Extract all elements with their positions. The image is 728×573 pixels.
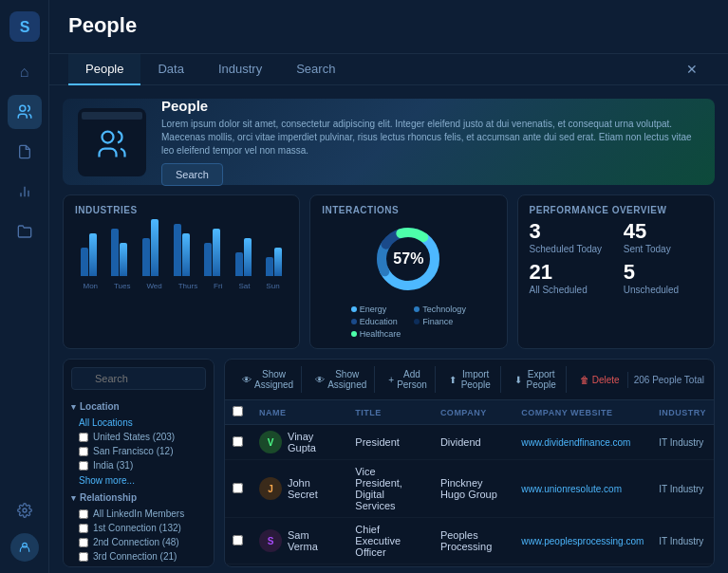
banner-title: People bbox=[161, 98, 700, 114]
filter-us-checkbox[interactable] bbox=[79, 433, 88, 442]
perf-stat: 21 All Scheduled bbox=[530, 262, 608, 295]
filter-sf-checkbox[interactable] bbox=[79, 447, 88, 456]
tab-data[interactable]: Data bbox=[140, 54, 200, 85]
filter-2nd-checkbox[interactable] bbox=[79, 538, 88, 547]
filter-relationship-header[interactable]: ▾ Relationship bbox=[71, 489, 206, 507]
person-name: Vinay Gupta bbox=[288, 431, 340, 453]
row-company: Pinckney Hugo Group bbox=[433, 460, 513, 518]
add-person-btn[interactable]: + Add Person bbox=[381, 366, 436, 393]
banner-text-area: People Lorem ipsum dolor sit amet, conse… bbox=[161, 98, 700, 186]
performance-card: Performance Overview 3 Scheduled Today 4… bbox=[517, 194, 715, 349]
delete-btn[interactable]: 🗑 Delete bbox=[572, 372, 628, 388]
table-row[interactable]: J JedDanner VP Of Sales Fortis Payment S… bbox=[225, 564, 714, 567]
row-website[interactable]: www.peoplesprocessing.com bbox=[513, 518, 651, 564]
filter-location-show-more[interactable]: Show more... bbox=[71, 472, 206, 489]
donut-legend: EnergyTechnologyEducationFinanceHealthca… bbox=[351, 305, 466, 339]
filter-panel: 🔍 ▾ Location All Locations United States… bbox=[63, 359, 215, 567]
svg-point-8 bbox=[103, 132, 114, 143]
row-select-checkbox[interactable] bbox=[233, 436, 243, 447]
filter-3rd-label: 3rd Connection (21) bbox=[93, 551, 177, 562]
row-website[interactable]: www.fortispay.com bbox=[513, 564, 651, 567]
filter-3rd-checkbox[interactable] bbox=[79, 552, 88, 562]
sidebar-people[interactable] bbox=[8, 95, 42, 129]
app-logo[interactable]: S bbox=[9, 11, 40, 42]
filter-us[interactable]: United States (203) bbox=[71, 430, 206, 444]
export-people-btn[interactable]: ⬇ Export People bbox=[507, 366, 567, 393]
filter-2nd-conn[interactable]: 2nd Connection (48) bbox=[71, 535, 206, 549]
filter-1st-label: 1st Connection (132) bbox=[93, 523, 181, 533]
interactions-card: Interactions 57% EnergyTechnologyEducati… bbox=[309, 194, 507, 349]
filter-sf[interactable]: San Francisco (12) bbox=[71, 444, 206, 458]
perf-grid: 3 Scheduled Today 45 Sent Today 21 All S… bbox=[530, 221, 702, 295]
sidebar-settings[interactable] bbox=[8, 493, 42, 527]
upload-icon: ⬆ bbox=[449, 375, 457, 385]
row-select-checkbox[interactable] bbox=[233, 483, 243, 493]
tab-people[interactable]: People bbox=[68, 54, 140, 85]
filter-industry-header[interactable]: ▾ Industry bbox=[71, 564, 206, 567]
row-checkbox[interactable] bbox=[225, 425, 252, 460]
row-select-checkbox[interactable] bbox=[233, 535, 243, 545]
sidebar: S ⌂ bbox=[0, 0, 49, 573]
sidebar-documents[interactable] bbox=[8, 135, 42, 169]
tab-industry[interactable]: Industry bbox=[201, 54, 279, 85]
close-tab-button[interactable]: ✕ bbox=[675, 54, 709, 84]
table-row[interactable]: J John Secret Vice President, Digital Se… bbox=[225, 460, 714, 518]
legend-item: Energy bbox=[351, 305, 403, 314]
trash-icon: 🗑 bbox=[580, 375, 589, 385]
show-assigned-label-2: Show Assigned bbox=[327, 369, 366, 390]
industries-title: Industries bbox=[75, 205, 288, 215]
svg-text:S: S bbox=[19, 19, 29, 35]
filter-3rd-conn[interactable]: 3rd Connection (21) bbox=[71, 549, 206, 564]
perf-label: Unscheduled bbox=[624, 285, 702, 295]
delete-label: Delete bbox=[592, 375, 620, 385]
sidebar-profile[interactable] bbox=[10, 533, 39, 562]
filter-all-linkedin-checkbox[interactable] bbox=[79, 509, 88, 519]
row-checkbox[interactable] bbox=[225, 460, 252, 518]
row-checkbox[interactable] bbox=[225, 564, 252, 567]
row-checkbox[interactable] bbox=[225, 518, 252, 564]
tab-search[interactable]: Search bbox=[279, 54, 352, 85]
filter-2nd-label: 2nd Connection (48) bbox=[93, 537, 179, 547]
filter-1st-checkbox[interactable] bbox=[79, 524, 88, 533]
row-name: J John Secret bbox=[252, 460, 347, 518]
filter-us-label: United States (203) bbox=[93, 432, 175, 442]
header: People bbox=[49, 0, 728, 54]
perf-stat: 3 Scheduled Today bbox=[530, 221, 608, 254]
people-banner: People Lorem ipsum dolor sit amet, conse… bbox=[63, 99, 715, 185]
chevron-down-icon-rel: ▾ bbox=[71, 493, 76, 503]
industries-chart bbox=[75, 221, 288, 278]
sidebar-home[interactable]: ⌂ bbox=[8, 55, 42, 89]
content-area: People Lorem ipsum dolor sit amet, conse… bbox=[49, 85, 728, 573]
filter-all-linkedin[interactable]: All LinkedIn Members bbox=[71, 507, 206, 521]
select-all-checkbox[interactable] bbox=[233, 406, 243, 416]
import-people-btn[interactable]: ⬆ Import People bbox=[441, 366, 501, 393]
sidebar-chart[interactable] bbox=[8, 175, 42, 209]
filter-india[interactable]: India (31) bbox=[71, 458, 206, 472]
table-row[interactable]: V Vinay Gupta President Dividend www.div… bbox=[225, 425, 714, 460]
filter-india-label: India (31) bbox=[93, 460, 133, 471]
filter-location-header[interactable]: ▾ Location bbox=[71, 397, 206, 416]
sidebar-files[interactable] bbox=[8, 214, 42, 249]
show-assigned-btn-1[interactable]: 👁 Show Assigned bbox=[234, 366, 302, 393]
row-website[interactable]: www.dividendfinance.com bbox=[513, 425, 651, 460]
stats-row: Industries MonTuesWedThursFriSatSun Inte… bbox=[63, 194, 715, 349]
filter-all-locations[interactable]: All Locations bbox=[71, 416, 206, 430]
banner-description: Lorem ipsum dolor sit amet, consectetur … bbox=[161, 118, 700, 157]
data-table: NAME TITLE COMPANY COMPANY WEBSITE INDUS… bbox=[225, 400, 714, 566]
tabs-bar: People Data Industry Search ✕ bbox=[49, 54, 728, 85]
filter-search-input[interactable] bbox=[71, 367, 206, 390]
banner-search-button[interactable]: Search bbox=[161, 163, 223, 186]
row-title: Chief Executive Officer bbox=[347, 518, 433, 564]
chart-label: Mon bbox=[83, 282, 98, 290]
col-company: COMPANY bbox=[433, 400, 513, 425]
row-company: Dividend bbox=[433, 425, 513, 460]
row-website[interactable]: www.unionresolute.com bbox=[513, 460, 651, 518]
col-name: NAME bbox=[252, 400, 347, 425]
chart-label: Fri bbox=[214, 282, 222, 290]
filter-india-checkbox[interactable] bbox=[79, 461, 88, 471]
chart-label: Thurs bbox=[178, 282, 197, 290]
table-row[interactable]: S Sam Verma Chief Executive Officer Peop… bbox=[225, 518, 714, 564]
svg-point-2 bbox=[19, 105, 25, 111]
filter-1st-conn[interactable]: 1st Connection (132) bbox=[71, 521, 206, 535]
show-assigned-btn-2[interactable]: 👁 Show Assigned bbox=[308, 366, 375, 393]
